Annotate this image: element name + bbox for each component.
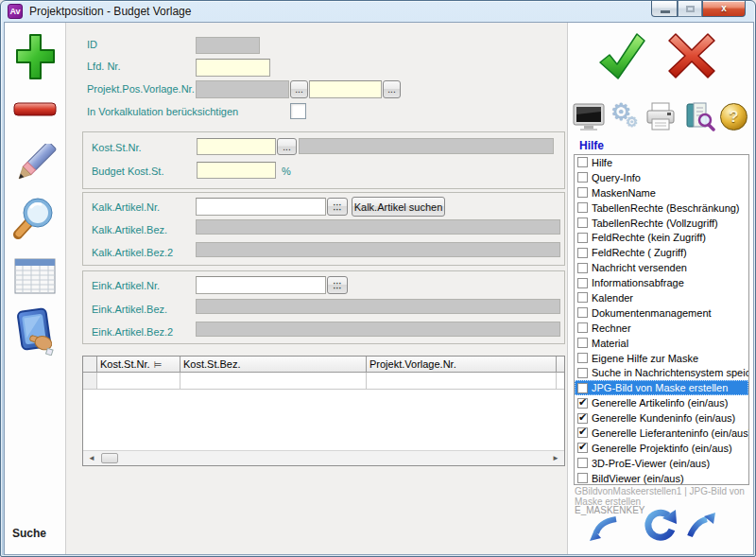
help-list-item[interactable]: FeldRechte (kein Zugriff) — [575, 230, 748, 245]
help-list-item[interactable]: Generelle Artikelinfo (ein/aus) — [575, 395, 748, 410]
lfd-nr-field[interactable] — [196, 59, 270, 77]
checkbox-icon[interactable] — [577, 353, 588, 363]
projekt-pos-vorlage-lookup-button-1[interactable]: ... — [290, 80, 308, 98]
help-button[interactable]: ? — [720, 103, 747, 131]
checkbox-icon[interactable] — [577, 413, 588, 424]
checkbox-icon[interactable] — [577, 307, 588, 318]
checkbox-icon[interactable] — [577, 278, 588, 288]
kost-st-nr-lookup-button[interactable]: ... — [277, 138, 297, 155]
checkbox-icon[interactable] — [577, 218, 588, 228]
help-list-item[interactable]: Generelle Projektinfo (ein/aus) — [575, 441, 748, 456]
checkbox-icon[interactable] — [577, 338, 588, 348]
help-list-item[interactable]: TabellenRechte (Vollzugriff) — [575, 216, 748, 231]
sort-icon: ⊨ — [154, 359, 163, 370]
print-preview-button[interactable] — [684, 101, 715, 131]
help-list-item[interactable]: Material — [575, 336, 748, 351]
checkbox-icon[interactable] — [577, 263, 588, 273]
checkbox-icon[interactable] — [577, 368, 588, 378]
projekt-pos-vorlage-lookup-button-2[interactable]: ... — [383, 80, 401, 98]
help-list-item[interactable]: Generelle Kundeninfo (ein/aus) — [575, 410, 748, 426]
row-selector-header[interactable] — [83, 357, 97, 372]
maximize-button[interactable] — [678, 1, 702, 17]
help-list-item[interactable]: Rechner — [575, 321, 748, 336]
checkbox-icon[interactable] — [577, 458, 588, 468]
kalk-artikel-grid-lookup-button[interactable] — [327, 198, 348, 216]
search-record-button[interactable] — [11, 196, 57, 241]
delete-record-button[interactable] — [13, 102, 57, 117]
help-list-item[interactable]: Kalender — [575, 290, 748, 305]
checkbox-icon[interactable] — [577, 187, 588, 198]
help-list-item[interactable]: Nachricht versenden — [575, 260, 748, 275]
ok-button[interactable] — [594, 31, 647, 82]
table-row[interactable] — [83, 373, 564, 390]
help-list-item[interactable]: Hilfe — [575, 155, 748, 170]
grid-view-button[interactable] — [14, 257, 56, 295]
plus-icon — [14, 33, 56, 80]
checkbox-icon[interactable] — [577, 172, 588, 183]
cancel-button[interactable] — [667, 32, 716, 79]
close-button[interactable]: x — [702, 1, 746, 17]
checkbox-icon[interactable] — [577, 398, 588, 409]
exit-mask-button[interactable] — [13, 306, 57, 356]
screen-tool-button[interactable] — [573, 103, 605, 131]
checkbox-icon[interactable] — [577, 292, 588, 303]
eink-artikel-nr-field[interactable] — [196, 276, 326, 294]
add-record-button[interactable] — [14, 33, 56, 80]
window-title: Projektposition - Budget Vorlage — [29, 5, 191, 18]
checkbox-icon[interactable] — [577, 383, 588, 393]
help-list-item[interactable]: Informationsabfrage — [575, 275, 748, 290]
scroll-right-icon[interactable]: ► — [552, 454, 559, 463]
help-list-item[interactable]: Eigene Hilfe zur Maske — [575, 351, 748, 366]
minimize-button[interactable] — [651, 1, 678, 17]
kost-st-nr-field[interactable] — [197, 138, 276, 155]
scroll-left-icon[interactable]: ◄ — [88, 454, 95, 463]
cell-kost-st-bez[interactable] — [180, 373, 367, 389]
refresh-button[interactable] — [639, 506, 677, 546]
eink-artikel-bez-label: Eink.Artikel.Bez. — [92, 304, 167, 315]
column-header-kost-st-bez[interactable]: Kost.St.Bez. — [180, 357, 367, 372]
edit-record-button[interactable] — [12, 144, 58, 189]
row-selector-cell[interactable] — [83, 373, 97, 389]
help-list-item[interactable]: BildViewer (ein/aus) — [575, 471, 748, 485]
horizontal-scrollbar[interactable]: ◄ ► — [83, 450, 564, 465]
checkbox-icon[interactable] — [577, 248, 588, 258]
help-list-item[interactable]: JPG-Bild von Maske erstellen — [575, 380, 748, 395]
help-list-item[interactable]: Query-Info — [575, 170, 748, 185]
print-button[interactable] — [645, 102, 676, 131]
budget-kost-st-field[interactable] — [197, 162, 276, 179]
checkbox-icon[interactable] — [577, 473, 588, 483]
help-list-item[interactable]: TabellenRechte (Beschränkung) — [575, 200, 748, 216]
checkbox-icon[interactable] — [577, 202, 588, 213]
checkbox-icon[interactable] — [577, 233, 588, 243]
app-window: Av Projektposition - Budget Vorlage x — [0, 0, 756, 557]
help-list-item[interactable]: MaskenName — [575, 185, 748, 200]
checkbox-icon[interactable] — [577, 157, 588, 167]
help-list-item[interactable]: Dokumentenmanagement — [575, 305, 748, 321]
cell-kost-st-nr[interactable] — [97, 373, 180, 389]
eink-artikel-grid-lookup-button[interactable] — [327, 276, 348, 294]
help-list-item[interactable]: 3D-ProE-Viewer (ein/aus) — [575, 456, 748, 471]
checkbox-icon[interactable] — [577, 322, 588, 333]
checkbox-icon[interactable] — [577, 443, 588, 453]
vorkalkulation-checkbox[interactable] — [290, 103, 306, 119]
nav-forward-button[interactable] — [687, 512, 717, 538]
help-list-item[interactable]: Suche in Nachrichtensystem speichern — [575, 365, 748, 380]
help-list-item[interactable]: Generelle Lieferanteninfo (ein/aus) — [575, 426, 748, 441]
help-list-item[interactable]: FeldRechte ( Zugriff) — [575, 245, 748, 260]
column-header-projekt-vorlage-nr[interactable]: Projekt.Vorlage.Nr. — [367, 357, 557, 372]
projekt-pos-vorlage-field-1 — [196, 80, 289, 98]
hilfe-panel-title: Hilfe — [579, 139, 604, 152]
settings-button[interactable]: ⚙ ⚙ — [610, 102, 641, 132]
suche-label: Suche — [12, 527, 46, 540]
checkbox-icon[interactable] — [577, 427, 588, 438]
nav-back-button[interactable] — [589, 515, 617, 542]
app-icon: Av — [8, 4, 23, 19]
column-header-kost-st-nr[interactable]: Kost.St.Nr.⊨ — [97, 357, 180, 372]
kalk-artikel-suchen-button[interactable]: Kalk.Artikel suchen — [352, 197, 445, 217]
projekt-pos-vorlage-field-2[interactable] — [309, 80, 382, 98]
title-bar[interactable]: Av Projektposition - Budget Vorlage x — [1, 1, 755, 22]
printer-icon — [645, 102, 676, 131]
kalk-artikel-nr-field[interactable] — [196, 198, 326, 216]
cell-projekt-vorlage-nr[interactable] — [367, 373, 557, 389]
scrollbar-thumb[interactable] — [101, 453, 118, 463]
